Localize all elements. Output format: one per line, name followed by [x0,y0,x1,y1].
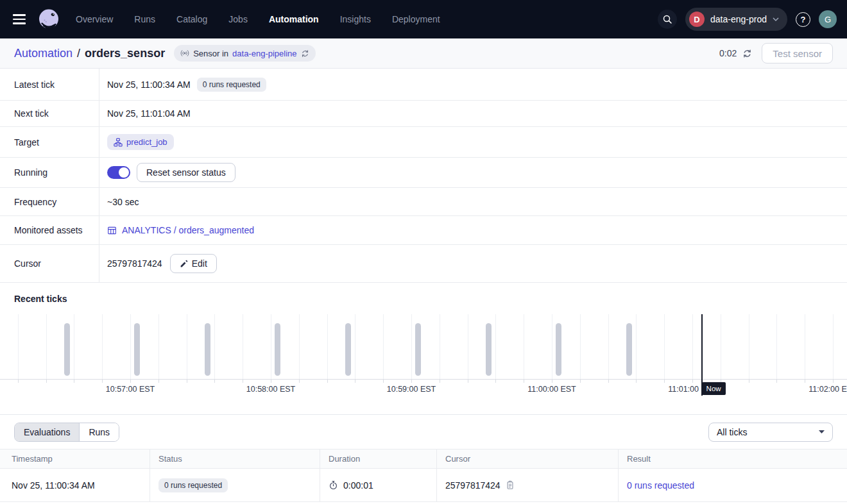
nav-item-runs[interactable]: Runs [134,14,155,24]
timeline-gridline [692,314,693,379]
timeline-axis-tick [299,380,300,383]
search-icon [662,14,672,24]
row-target: Target predict_job [0,127,847,158]
edit-cursor-button[interactable]: Edit [170,254,217,273]
tab-runs[interactable]: Runs [79,423,119,441]
timeline-gridline [187,314,187,379]
nav-item-jobs[interactable]: Jobs [228,14,248,24]
pencil-icon [180,260,188,268]
page-title: orders_sensor [85,47,165,60]
reset-sensor-status-button[interactable]: Reset sensor status [137,163,235,182]
row-label: Frequency [0,188,99,215]
timeline-gridline [721,314,721,379]
tab-evaluations[interactable]: Evaluations [15,423,79,441]
evaluations-runs-segmented-control: Evaluations Runs [14,423,119,442]
cell-timestamp: Nov 25, 11:00:34 AM [0,469,150,501]
sensor-badge-text: Sensor in [193,49,228,58]
monitored-asset-link[interactable]: ANALYTICS / orders_augmented [107,225,254,235]
timeline-axis-tick [468,380,468,383]
tick-bar[interactable] [486,323,492,376]
timeline-axis-tick [130,380,131,383]
job-icon [114,138,123,147]
search-button[interactable] [658,10,677,29]
timeline-gridline [158,314,159,379]
timeline-axis-tick [74,380,74,383]
cell-result-link[interactable]: 0 runs requested [627,480,694,491]
timeline-axis-tick [749,380,749,383]
stopwatch-icon [329,480,338,490]
timeline-axis-tick [102,380,103,383]
timeline-gridline [299,314,300,379]
timeline-axis [0,379,847,380]
column-header-timestamp: Timestamp [0,449,150,468]
deployment-initial-badge: D [689,12,705,27]
running-toggle[interactable] [107,166,130,179]
reload-location-icon[interactable] [301,49,309,58]
target-job-link[interactable]: predict_job [126,137,167,147]
timeline-gridline [355,314,355,379]
tick-bar[interactable] [345,323,351,376]
cursor-value: 25797817424 [107,258,162,269]
tick-bar[interactable] [134,323,140,376]
tick-filter-value: All ticks [717,427,747,437]
recent-ticks-timeline[interactable]: 10:57:00 EST10:58:00 EST10:59:00 EST11:0… [0,314,847,414]
tick-bar[interactable] [556,323,561,376]
timeline-gridline [468,314,468,379]
timeline-axis-tick [46,380,47,383]
tick-filter-select[interactable]: All ticks [708,423,833,442]
row-cursor: Cursor 25797817424 Edit [0,245,847,283]
timeline-axis-label: 11:02:00 EST [809,385,847,394]
tick-bar[interactable] [275,323,280,376]
tick-bar[interactable] [64,323,70,376]
question-mark-icon: ? [801,15,806,24]
cell-cursor: 25797817424 [445,480,501,491]
timeline-axis-tick [580,380,581,383]
frequency-value: ~30 sec [107,197,139,207]
tick-bar[interactable] [626,323,632,376]
deployment-switcher[interactable]: D data-eng-prod [685,8,787,31]
timeline-axis-tick [187,380,187,383]
cell-duration: 0:00:01 [343,480,373,491]
breadcrumb-automation-link[interactable]: Automation [14,47,73,60]
timeline-axis-tick [524,380,524,383]
test-sensor-button[interactable]: Test sensor [762,43,833,63]
timeline-axis-tick [552,380,552,383]
nav-item-insights[interactable]: Insights [340,14,371,24]
now-tooltip: Now [702,382,726,395]
tick-bar[interactable] [205,323,210,376]
target-job-chip[interactable]: predict_job [107,134,174,150]
timeline-axis-label: 10:59:00 EST [387,385,436,394]
dagster-logo-icon[interactable] [36,6,62,32]
tick-bar[interactable] [415,323,421,376]
chevron-down-icon [773,17,779,21]
timeline-axis-tick [158,380,159,383]
row-label: Running [0,158,99,187]
timeline-gridline [383,314,384,379]
latest-tick-value: Nov 25, 11:00:34 AM [107,80,191,90]
refresh-icon[interactable] [742,49,752,58]
column-header-duration: Duration [320,449,436,468]
hamburger-menu-icon[interactable] [13,14,28,24]
code-location-link[interactable]: data-eng-pipeline [232,49,296,58]
timeline-axis-tick [833,380,834,383]
timeline-gridline [495,314,496,379]
timeline-axis-tick [776,380,777,383]
sensor-details: Latest tick Nov 25, 11:00:34 AM 0 runs r… [0,69,847,283]
row-frequency: Frequency ~30 sec [0,188,847,216]
timeline-gridline [805,314,805,379]
nav-item-deployment[interactable]: Deployment [392,14,440,24]
row-next-tick: Next tick Nov 25, 11:01:04 AM [0,101,847,127]
nav-item-overview[interactable]: Overview [76,14,113,24]
timeline-axis-tick [692,380,693,383]
row-latest-tick: Latest tick Nov 25, 11:00:34 AM 0 runs r… [0,69,847,101]
copy-cursor-icon[interactable] [506,480,515,490]
nav-item-automation[interactable]: Automation [269,14,319,24]
nav-item-catalog[interactable]: Catalog [176,14,207,24]
evaluations-table: Timestamp Status Duration Cursor Result … [0,449,847,502]
timeline-axis-tick [664,380,665,383]
top-nav-bar: Overview Runs Catalog Jobs Automation In… [0,0,847,38]
timeline-gridline [833,314,834,379]
breadcrumb-separator: / [77,47,80,60]
user-avatar[interactable]: G [819,10,837,28]
help-button[interactable]: ? [796,12,810,27]
